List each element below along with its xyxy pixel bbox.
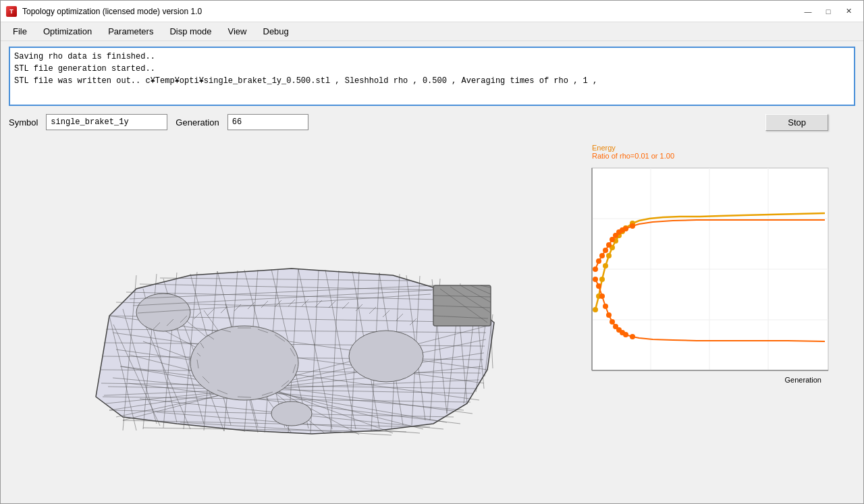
- menu-debug[interactable]: Debug: [256, 24, 296, 38]
- svg-point-156: [593, 277, 598, 282]
- close-button[interactable]: ✕: [839, 4, 858, 19]
- svg-point-92: [136, 293, 190, 331]
- svg-point-165: [623, 332, 628, 337]
- menu-disp-mode[interactable]: Disp mode: [163, 24, 218, 38]
- main-window: T Topology optimization (licensed mode) …: [0, 0, 864, 504]
- main-area: Energy Ratio of rho=0.01 or 1.00: [9, 138, 855, 498]
- svg-point-138: [606, 253, 612, 258]
- minimize-button[interactable]: —: [799, 4, 817, 19]
- svg-point-147: [599, 253, 605, 258]
- stop-button[interactable]: Stop: [765, 114, 828, 131]
- chart-svg: Generation: [572, 161, 835, 391]
- menu-optimization[interactable]: Optimization: [36, 24, 99, 38]
- generation-input[interactable]: [227, 114, 308, 130]
- svg-point-93: [349, 331, 423, 382]
- svg-point-94: [271, 401, 312, 426]
- title-bar-left: T Topology optimization (licensed mode) …: [6, 6, 202, 17]
- chart-legend: Energy Ratio of rho=0.01 or 1.00: [592, 144, 674, 160]
- chart-container: Generation: [572, 161, 835, 391]
- title-bar: T Topology optimization (licensed mode) …: [1, 1, 863, 22]
- svg-point-157: [596, 283, 601, 289]
- window-controls: — □ ✕: [799, 4, 858, 19]
- menu-view[interactable]: View: [221, 24, 254, 38]
- menu-file[interactable]: File: [6, 24, 34, 38]
- maximize-button[interactable]: □: [819, 4, 838, 19]
- ratio-label: Ratio of rho=0.01 or 1.00: [592, 152, 674, 160]
- mesh-svg: [55, 181, 514, 451]
- content-area: Saving rho data is finished..STL file ge…: [1, 41, 863, 503]
- svg-point-148: [603, 248, 608, 253]
- mesh-view: [9, 138, 561, 493]
- svg-point-160: [606, 312, 612, 318]
- generation-label: Generation: [176, 117, 219, 128]
- svg-point-161: [610, 319, 615, 325]
- svg-point-159: [603, 304, 608, 309]
- app-icon: T: [6, 6, 17, 17]
- svg-point-136: [599, 277, 605, 282]
- window-title: Topology optimization (licensed mode) ve…: [22, 7, 202, 16]
- chart-area: Energy Ratio of rho=0.01 or 1.00: [572, 138, 855, 493]
- energy-label: Energy: [592, 144, 674, 152]
- menu-bar: File Optimization Parameters Disp mode V…: [1, 22, 863, 41]
- svg-point-155: [630, 223, 635, 229]
- svg-point-154: [623, 226, 628, 231]
- svg-point-134: [593, 307, 598, 312]
- svg-rect-95: [433, 285, 491, 326]
- symbol-label: Symbol: [9, 117, 38, 128]
- svg-point-145: [593, 267, 598, 272]
- controls-row: Symbol Generation Stop: [9, 111, 855, 133]
- svg-point-146: [596, 258, 601, 264]
- svg-point-158: [599, 293, 605, 299]
- svg-point-166: [630, 334, 635, 339]
- svg-point-76: [190, 326, 298, 400]
- svg-point-149: [606, 242, 612, 248]
- svg-point-137: [603, 263, 608, 269]
- menu-parameters[interactable]: Parameters: [101, 24, 160, 38]
- symbol-input[interactable]: [46, 114, 167, 130]
- log-output[interactable]: Saving rho data is finished..STL file ge…: [9, 47, 855, 106]
- svg-text:Generation: Generation: [785, 376, 821, 384]
